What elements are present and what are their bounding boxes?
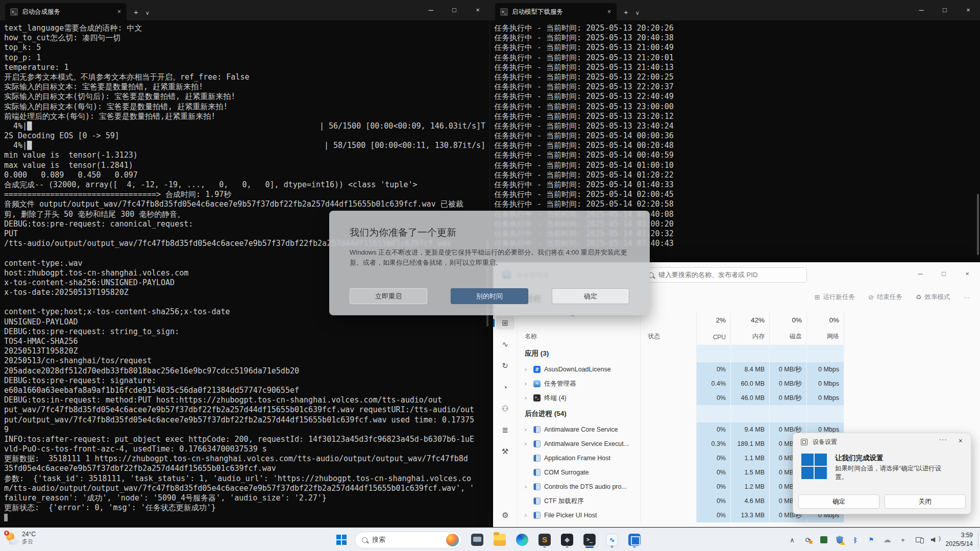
process-memory: 8.4 MB [731,362,770,377]
terminal-line: put/output_wav/7fc47fb8d35fd05e4c6acee7e… [4,415,485,425]
process-table-header[interactable]: ^ 名称 状态 2%CPU 42%内存 0%磁盘 0%网络 [518,312,980,345]
more-options-button[interactable]: ··· [964,294,970,301]
sidebar-item-processes[interactable]: ⊞ [496,316,514,330]
nvidia-tray-icon[interactable] [819,535,828,544]
expand-chevron-icon: › [525,394,530,402]
close-button[interactable]: × [955,262,979,285]
maximize-button[interactable]: □ [443,0,466,19]
tab-close-icon[interactable]: × [606,8,612,15]
new-tab-button[interactable]: + [134,8,138,16]
maximize-button[interactable]: □ [932,262,955,285]
terminal-titlebar[interactable]: >_ 启动模型下载服务 × + ∨ ─ □ × [490,0,980,20]
toast-close-button[interactable]: 关闭 [885,494,966,509]
terminal-line: 2S Decoding EOS [0 -> 59] [4,131,485,141]
cloud-tray-icon[interactable]: ☁ [883,535,892,544]
start-button[interactable] [333,531,350,548]
process-row[interactable]: ›⇵AsusDownLoadLicense0%8.4 MB0 MB/秒0 Mbp… [518,362,980,377]
weather-widget[interactable]: 6 24°C 多云 [5,531,36,545]
end-task-button[interactable]: ⊘结束任务 [868,293,902,302]
sidebar-item-performance[interactable]: ∿ [496,338,514,351]
pinwheel-tray-icon[interactable]: ⚑ [867,535,876,544]
confirm-button[interactable]: 确定 [552,288,629,304]
pick-another-time-button[interactable]: 别的时间 [451,288,528,304]
terminal-line: 合成完成-- (32000, array([ 4, -12, -19, ...,… [4,180,485,190]
sidebar-item-app-history[interactable]: ↻ [496,359,514,372]
terminal-line: how_to_cut怎么切: 凑四句一切 [4,33,485,43]
process-name: 终端 (4) [544,394,567,403]
restart-now-button[interactable]: 立即重启 [350,288,427,304]
terminal-tab-synthesis[interactable]: >_ 启动合成服务 × [5,3,127,20]
sublime-taskbar-icon[interactable] [536,531,553,548]
minimize-button[interactable]: ─ [910,0,933,19]
process-cpu [697,405,731,422]
close-button[interactable]: × [957,0,980,19]
terminal-titlebar[interactable]: >_ 启动合成服务 × + ∨ ─ □ × [0,0,489,20]
show-desktop-button[interactable] [978,532,980,547]
minimize-button[interactable]: ─ [419,0,443,19]
sidebar-item-users[interactable]: ⚇ [496,402,514,415]
run-new-task-button[interactable]: ⊞运行新任务 [815,293,855,302]
terminal-line: 任务执行中 - 当前时间: 2025-05-14 00:40:59 [494,151,976,160]
toast-more-icon[interactable]: ··· [939,435,947,443]
sidebar-item-startup-apps[interactable]: ◔ [496,381,514,394]
column-status: 状态 [648,332,660,341]
search-input[interactable]: 键入要搜索的名称、发布者或 PID [643,267,807,283]
process-name: Controls the DTS audio pro... [544,483,627,490]
sidebar-item-services[interactable]: ⚒ [496,445,514,458]
process-section-row[interactable]: 后台进程 (54) [518,405,980,422]
process-disk: 0 MB/秒 [770,377,807,391]
cast-tray-icon[interactable] [914,535,923,544]
device-settings-icon [801,439,807,445]
task-manager-taskbar-icon[interactable] [603,531,621,548]
chevron-up-tray-icon[interactable]: ∧ [788,535,797,544]
column-disk: 磁盘 [790,332,802,341]
terminal-line: 任务执行中 - 当前时间: 2025-05-14 00:20:48 [494,141,976,151]
window-process-icon [533,440,541,447]
new-tab-button[interactable]: + [624,8,628,16]
process-row[interactable]: ›∿任务管理器0.4%60.0 MB0 MB/秒0 Mbps [518,377,980,391]
blue-app-taskbar-icon[interactable] [626,531,643,548]
taskbar-search[interactable]: 搜索 [355,532,462,548]
terminal-tab-download[interactable]: >_ 启动模型下载服务 × [495,3,617,20]
run-new-task-icon: ⊞ [815,293,820,301]
maximize-button[interactable]: □ [933,0,957,19]
file-explorer-taskbar-icon[interactable] [491,531,508,548]
process-cpu [697,345,731,362]
windows-logo-icon [801,454,827,479]
shield-tray-icon[interactable] [835,535,844,544]
tab-dropdown-button[interactable]: ∨ [145,10,150,16]
efficiency-mode-button[interactable]: ♻效率模式 [916,293,950,302]
process-status [641,508,697,522]
toast-close-icon[interactable]: × [959,437,963,445]
process-status [641,437,697,451]
sync-tray-icon[interactable]: ⟳ [803,535,813,544]
taskbar-clock[interactable]: 3:59 2025/5/14 [946,531,973,548]
process-network: 0 Mbps [807,377,844,391]
terminal-line: TOS4-HMAC-SHA256 [4,337,485,346]
edge-taskbar-icon[interactable] [513,531,531,548]
settings-gear-icon[interactable]: ⚙ [493,511,518,520]
bluetooth-tray-icon[interactable]: ᛒ [851,535,860,544]
obsidian-taskbar-icon[interactable] [558,531,576,548]
process-row[interactable]: ›>_终端 (4)0%46.0 MB0 MB/秒0 Mbps [518,391,980,405]
terminal-line: INFO:tos:after-request: put_object exec … [4,435,485,444]
toast-ok-button[interactable]: 确定 [798,494,879,509]
close-button[interactable]: × [466,0,489,19]
process-status [641,494,697,508]
process-memory: 1.1 MB [731,451,770,465]
efficiency-mode-icon: ♻ [916,293,922,301]
plus-tray-icon[interactable]: + [898,535,908,544]
tab-dropdown-button[interactable]: ∨ [635,10,640,16]
terminal-line: =================================> 合成时间:… [4,190,485,199]
speaker-tray-icon[interactable] [930,535,939,544]
process-status [641,345,697,362]
terminal-line: e60a1660a63eebafa8a9af1b16fcde9154035c56… [4,386,485,395]
tab-close-icon[interactable]: × [116,8,122,15]
minimize-button[interactable]: ─ [909,262,932,285]
remote-desktop-taskbar-icon[interactable] [469,531,486,548]
terminal-app-taskbar-icon[interactable] [581,531,598,548]
process-section-row[interactable]: 应用 (3) [518,345,980,362]
right-terminal-scrollbar[interactable] [977,194,979,255]
process-status [641,451,697,465]
sidebar-item-details[interactable]: ≣ [496,423,514,437]
